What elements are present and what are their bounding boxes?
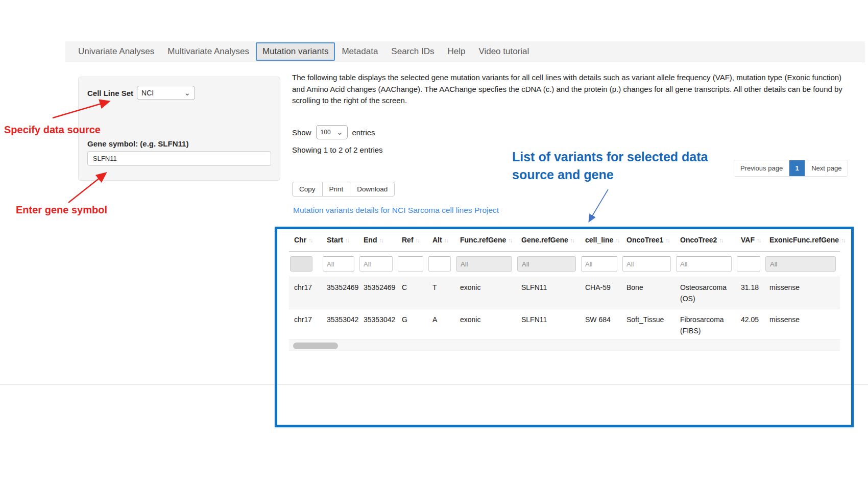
- previous-page-button[interactable]: Previous page: [734, 160, 789, 176]
- table-header-row: Chr↑↓ Start↑↓ End↑↓ Ref↑↓ Alt↑↓ Func.ref…: [289, 230, 840, 252]
- column-label: cell_line: [585, 236, 613, 244]
- filter-ref[interactable]: [398, 256, 423, 272]
- column-header-vaf[interactable]: VAF↑↓: [736, 230, 764, 252]
- filter-oncotree2[interactable]: [676, 256, 732, 272]
- tab-mutation-variants[interactable]: Mutation variants: [256, 42, 335, 61]
- column-header-oncotree1[interactable]: OncoTree1↑↓: [621, 230, 675, 252]
- cell-ref: C: [397, 277, 427, 309]
- cell-end: 35352469: [358, 277, 397, 309]
- cell-line-set-select[interactable]: NCI ⌄: [137, 86, 195, 100]
- table-description: The following table displays the selecte…: [292, 72, 845, 107]
- filter-cell-line[interactable]: [581, 256, 617, 272]
- column-label: Func.refGene: [460, 236, 506, 244]
- gene-symbol-label: Gene symbol: (e.g. SLFN11): [87, 139, 271, 148]
- sort-icon[interactable]: ↑↓: [508, 237, 512, 243]
- mutation-variants-table: Chr↑↓ Start↑↓ End↑↓ Ref↑↓ Alt↑↓ Func.ref…: [289, 230, 840, 341]
- sort-icon[interactable]: ↑↓: [308, 237, 312, 243]
- table-row[interactable]: chr17 35353042 35353042 G A exonic SLFN1…: [289, 309, 840, 341]
- sort-icon[interactable]: ↑↓: [719, 237, 723, 243]
- filter-vaf[interactable]: [737, 256, 760, 272]
- tab-multivariate-analyses[interactable]: Multivariate Analyses: [161, 42, 256, 61]
- filter-gene-refgene[interactable]: All: [517, 256, 576, 272]
- cell-func-refgene: exonic: [455, 277, 516, 309]
- table-row[interactable]: chr17 35352469 35352469 C T exonic SLFN1…: [289, 277, 840, 309]
- cell-vaf: 31.18: [736, 277, 764, 309]
- sort-icon[interactable]: ↑↓: [379, 237, 383, 243]
- horizontal-scrollbar-track[interactable]: [289, 339, 840, 351]
- column-label: VAF: [741, 236, 755, 244]
- cell-oncotree1: Soft_Tissue: [621, 309, 675, 341]
- sort-icon[interactable]: ↑↓: [665, 237, 669, 243]
- filter-start[interactable]: [323, 256, 354, 272]
- pagination: Previous page 1 Next page: [734, 160, 848, 177]
- print-button[interactable]: Print: [322, 182, 351, 197]
- cell-alt: T: [427, 277, 455, 309]
- column-header-end[interactable]: End↑↓: [358, 230, 397, 252]
- column-header-ref[interactable]: Ref↑↓: [397, 230, 427, 252]
- cell-chr: chr17: [289, 277, 322, 309]
- column-header-oncotree2[interactable]: OncoTree2↑↓: [675, 230, 736, 252]
- gene-symbol-input[interactable]: [87, 151, 271, 166]
- cell-alt: A: [427, 309, 455, 341]
- table-title-link[interactable]: Mutation variants details for NCI Sarcom…: [293, 206, 499, 215]
- sort-icon[interactable]: ↑↓: [345, 237, 349, 243]
- page-1-button[interactable]: 1: [789, 160, 805, 176]
- annotation-list-of-variants: List of variants for selected data sourc…: [512, 148, 727, 183]
- column-header-start[interactable]: Start↑↓: [322, 230, 358, 252]
- show-entries-control: Show 100 ⌄ entries: [292, 125, 375, 139]
- column-header-cell-line[interactable]: cell_line↑↓: [580, 230, 621, 252]
- table-filter-row: All All All: [289, 252, 840, 277]
- sort-icon[interactable]: ↑↓: [841, 237, 845, 243]
- cell-start: 35353042: [322, 309, 358, 341]
- cell-line-set-selected-value: NCI: [141, 89, 154, 97]
- cell-line-set-label: Cell Line Set: [87, 89, 133, 97]
- tab-help[interactable]: Help: [441, 42, 472, 61]
- cell-oncotree2: Fibrosarcoma (FIBS): [675, 309, 736, 341]
- sort-icon[interactable]: ↑↓: [444, 237, 448, 243]
- cell-exonicfunc-refgene: missense: [764, 277, 840, 309]
- column-label: Start: [327, 236, 343, 244]
- column-label: Gene.refGene: [521, 236, 568, 244]
- entries-per-page-select[interactable]: 100 ⌄: [316, 125, 348, 139]
- cell-end: 35353042: [358, 309, 397, 341]
- column-header-chr[interactable]: Chr↑↓: [289, 230, 322, 252]
- next-page-button[interactable]: Next page: [805, 160, 848, 176]
- top-navbar: Univariate Analyses Multivariate Analyse…: [65, 41, 865, 62]
- tab-metadata[interactable]: Metadata: [335, 42, 384, 61]
- cell-cell-line: CHA-59: [580, 277, 621, 309]
- horizontal-scrollbar-thumb[interactable]: [293, 343, 338, 349]
- column-header-exonicfunc-refgene[interactable]: ExonicFunc.refGene↑↓: [764, 230, 840, 252]
- cell-vaf: 42.05: [736, 309, 764, 341]
- filter-end[interactable]: [359, 256, 393, 272]
- filter-exonicfunc-refgene[interactable]: All: [765, 256, 836, 272]
- cell-oncotree2: Osteosarcoma (OS): [675, 277, 736, 309]
- column-label: Ref: [402, 236, 414, 244]
- annotation-specify-data-source: Specify data source: [4, 124, 101, 136]
- column-header-alt[interactable]: Alt↑↓: [427, 230, 455, 252]
- copy-button[interactable]: Copy: [292, 182, 323, 197]
- tab-univariate-analyses[interactable]: Univariate Analyses: [71, 42, 161, 61]
- filter-alt[interactable]: [428, 256, 451, 272]
- column-label: OncoTree1: [626, 236, 663, 244]
- sort-icon[interactable]: ↑↓: [570, 237, 574, 243]
- filter-oncotree1[interactable]: [622, 256, 671, 272]
- tab-video-tutorial[interactable]: Video tutorial: [472, 42, 536, 61]
- cell-gene-refgene: SLFN11: [516, 277, 580, 309]
- column-label: Alt: [432, 236, 442, 244]
- filter-chr[interactable]: [290, 256, 312, 272]
- entries-label: entries: [352, 128, 375, 137]
- download-button[interactable]: Download: [350, 182, 395, 197]
- sort-icon[interactable]: ↑↓: [757, 237, 761, 243]
- cell-func-refgene: exonic: [455, 309, 516, 341]
- sort-icon[interactable]: ↑↓: [416, 237, 420, 243]
- sort-icon[interactable]: ↑↓: [615, 237, 619, 243]
- filter-func-refgene[interactable]: All: [456, 256, 512, 272]
- column-header-func-refgene[interactable]: Func.refGene↑↓: [455, 230, 516, 252]
- input-panel: Cell Line Set NCI ⌄ Gene symbol: (e.g. S…: [78, 77, 280, 181]
- show-label: Show: [292, 128, 311, 137]
- showing-entries-status: Showing 1 to 2 of 2 entries: [292, 145, 383, 154]
- tab-search-ids[interactable]: Search IDs: [384, 42, 441, 61]
- column-header-gene-refgene[interactable]: Gene.refGene↑↓: [516, 230, 580, 252]
- cell-cell-line: SW 684: [580, 309, 621, 341]
- entries-per-page-value: 100: [321, 129, 331, 136]
